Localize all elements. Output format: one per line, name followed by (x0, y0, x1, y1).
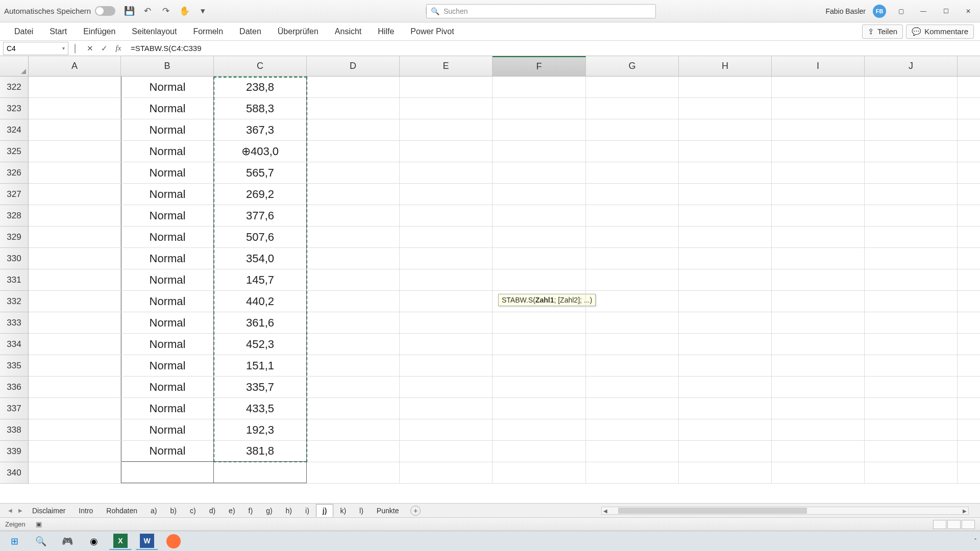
page-break-view-icon[interactable] (962, 520, 975, 529)
cell-J329[interactable] (865, 227, 958, 247)
cell-H335[interactable] (679, 355, 772, 376)
cell-A334[interactable] (29, 334, 121, 355)
cell-H338[interactable] (679, 419, 772, 440)
cell-H336[interactable] (679, 377, 772, 397)
cell-D333[interactable] (307, 312, 400, 333)
cell-E328[interactable] (400, 205, 493, 226)
app-discord[interactable]: 🎮 (56, 533, 79, 550)
cell-C326[interactable]: 565,7 (214, 162, 307, 183)
cell-J323[interactable] (865, 98, 958, 119)
row-header-340[interactable]: 340 (0, 462, 29, 484)
cell-F328[interactable] (493, 205, 586, 226)
ribbon-display-options-icon[interactable]: ▢ (893, 6, 909, 17)
cell-C333[interactable]: 361,6 (214, 312, 307, 333)
cell-J322[interactable] (865, 77, 958, 97)
sheet-nav-prev-icon[interactable]: ◀ (5, 508, 15, 513)
undo-icon[interactable]: ↶ (143, 7, 152, 16)
cell-I339[interactable] (772, 441, 865, 462)
cell-H327[interactable] (679, 184, 772, 205)
cell-E327[interactable] (400, 184, 493, 205)
cell-G322[interactable] (586, 77, 679, 97)
cell-C338[interactable]: 192,3 (214, 419, 307, 440)
cell-I328[interactable] (772, 205, 865, 226)
row-header-338[interactable]: 338 (0, 419, 29, 441)
cell-G323[interactable] (586, 98, 679, 119)
cell-H339[interactable] (679, 441, 772, 462)
scroll-right-icon[interactable]: ▶ (961, 508, 968, 514)
row-header-336[interactable]: 336 (0, 377, 29, 398)
column-header-B[interactable]: B (121, 56, 214, 76)
touch-mode-icon[interactable]: ✋ (180, 7, 189, 16)
cell-F336[interactable] (493, 377, 586, 397)
cell-F333[interactable] (493, 312, 586, 333)
cell-B338[interactable]: Normal (121, 419, 214, 440)
cell-J325[interactable] (865, 141, 958, 162)
cell-D331[interactable] (307, 269, 400, 290)
cell-B339[interactable]: Normal (121, 441, 214, 462)
cell-A335[interactable] (29, 355, 121, 376)
cell-D322[interactable] (307, 77, 400, 97)
cell-grid[interactable]: STABW.S(Zahl1; [Zahl2]; ...) Normal238,8… (29, 77, 980, 503)
cell-G332[interactable] (586, 291, 679, 312)
tab-datei[interactable]: Datei (6, 22, 41, 41)
cell-E326[interactable] (400, 162, 493, 183)
cell-A331[interactable] (29, 269, 121, 290)
row-header-326[interactable]: 326 (0, 162, 29, 184)
row-header-333[interactable]: 333 (0, 312, 29, 334)
row-header-334[interactable]: 334 (0, 334, 29, 355)
row-header-327[interactable]: 327 (0, 184, 29, 205)
cell-D326[interactable] (307, 162, 400, 183)
cell-F322[interactable] (493, 77, 586, 97)
sheet-tab-b[interactable]: b) (164, 504, 183, 517)
cell-I333[interactable] (772, 312, 865, 333)
cell-G333[interactable] (586, 312, 679, 333)
cell-A339[interactable] (29, 441, 121, 462)
cell-J335[interactable] (865, 355, 958, 376)
cell-B324[interactable]: Normal (121, 119, 214, 140)
cell-D324[interactable] (307, 119, 400, 140)
cell-E330[interactable] (400, 248, 493, 269)
enter-formula-icon[interactable]: ✓ (97, 44, 111, 53)
cell-F326[interactable] (493, 162, 586, 183)
cell-J337[interactable] (865, 398, 958, 419)
tab-formeln[interactable]: Formeln (185, 22, 231, 41)
cell-C325[interactable]: ⊕403,0 (214, 141, 307, 162)
cell-J336[interactable] (865, 377, 958, 397)
cell-B332[interactable]: Normal (121, 291, 214, 312)
cell-B325[interactable]: Normal (121, 141, 214, 162)
cell-G340[interactable] (586, 462, 679, 483)
cell-E332[interactable] (400, 291, 493, 312)
cell-F335[interactable] (493, 355, 586, 376)
tab-hilfe[interactable]: Hilfe (370, 22, 402, 41)
cell-D323[interactable] (307, 98, 400, 119)
cell-D335[interactable] (307, 355, 400, 376)
cell-H334[interactable] (679, 334, 772, 355)
sheet-tab-Punkte[interactable]: Punkte (370, 504, 406, 517)
sheet-tab-a[interactable]: a) (144, 504, 163, 517)
cell-E331[interactable] (400, 269, 493, 290)
cell-D329[interactable] (307, 227, 400, 247)
search-box[interactable]: 🔍 Suchen (426, 4, 656, 18)
cell-C327[interactable]: 269,2 (214, 184, 307, 205)
row-header-335[interactable]: 335 (0, 355, 29, 377)
cell-I327[interactable] (772, 184, 865, 205)
row-header-330[interactable]: 330 (0, 248, 29, 269)
column-header-D[interactable]: D (307, 56, 400, 76)
row-header-323[interactable]: 323 (0, 98, 29, 119)
cell-H325[interactable] (679, 141, 772, 162)
start-button[interactable]: ⊞ (3, 533, 26, 550)
cell-H331[interactable] (679, 269, 772, 290)
cell-A330[interactable] (29, 248, 121, 269)
column-header-J[interactable]: J (865, 56, 958, 76)
redo-icon[interactable]: ↷ (161, 7, 170, 16)
cell-H329[interactable] (679, 227, 772, 247)
cell-A336[interactable] (29, 377, 121, 397)
cancel-formula-icon[interactable]: ✕ (83, 44, 97, 53)
cell-A340[interactable] (29, 462, 121, 483)
cell-B326[interactable]: Normal (121, 162, 214, 183)
row-header-325[interactable]: 325 (0, 141, 29, 162)
cell-E324[interactable] (400, 119, 493, 140)
tab-seitenlayout[interactable]: Seitenlayout (124, 22, 185, 41)
cell-G327[interactable] (586, 184, 679, 205)
system-tray[interactable]: ˄ (974, 538, 977, 545)
